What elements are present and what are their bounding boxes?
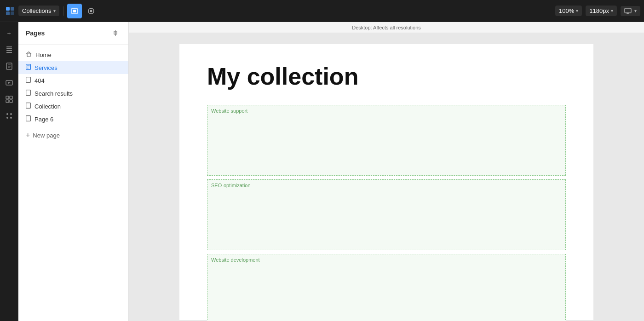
svg-rect-2 — [6, 11, 10, 15]
sidebar-item-search-results[interactable]: Search results — [18, 87, 128, 100]
section-body-website-development — [207, 264, 565, 321]
apps-button[interactable] — [2, 109, 17, 123]
sidebar-item-404[interactable]: 404 — [18, 74, 128, 87]
svg-rect-8 — [625, 8, 631, 13]
svg-rect-13 — [6, 50, 12, 51]
ruler-bar: Desktop: Affects all resolutions — [129, 22, 644, 33]
new-page-label: New page — [33, 132, 60, 139]
add-button[interactable]: + — [2, 26, 17, 40]
canvas-content: My collection Website support SEO-optimi… — [179, 44, 593, 320]
svg-rect-38 — [26, 90, 31, 96]
zoom-label: 100% — [559, 7, 574, 14]
sidebar-item-services[interactable]: Services — [18, 61, 128, 74]
main-area: + — [0, 22, 644, 321]
svg-rect-32 — [27, 54, 30, 57]
device-dropdown[interactable]: ▾ — [621, 6, 640, 16]
device-chevron: ▾ — [634, 8, 637, 13]
sidebar-page-list: Home Services — [18, 45, 128, 147]
viewport-dropdown[interactable]: 1180px ▾ — [586, 6, 617, 16]
logo-icon[interactable] — [4, 5, 17, 17]
svg-rect-22 — [6, 96, 9, 99]
layers-button[interactable] — [2, 42, 17, 57]
media-button[interactable] — [2, 75, 17, 90]
ruler-text: Desktop: Affects all resolutions — [352, 25, 421, 30]
svg-rect-39 — [26, 103, 31, 109]
new-page-plus-icon: + — [26, 131, 30, 139]
sidebar-item-page6-label: Page 6 — [34, 116, 53, 123]
sidebar: Pages Home — [18, 22, 129, 321]
components-button[interactable] — [2, 92, 17, 107]
new-page-button[interactable]: + New page — [18, 127, 128, 143]
404-page-icon — [26, 77, 31, 84]
svg-rect-40 — [26, 116, 31, 121]
svg-rect-3 — [11, 11, 14, 15]
collection-section-website-development[interactable]: Website development — [207, 254, 566, 321]
sidebar-item-collection[interactable]: Collection — [18, 100, 128, 113]
preview-button[interactable] — [84, 4, 98, 18]
svg-rect-14 — [6, 46, 12, 47]
collection-section-website-support[interactable]: Website support — [207, 105, 566, 176]
sidebar-item-collection-label: Collection — [34, 103, 61, 110]
section-body-website-support — [207, 115, 565, 175]
svg-point-27 — [10, 113, 12, 115]
svg-rect-12 — [6, 48, 12, 49]
sidebar-pin-button[interactable] — [110, 28, 121, 39]
topbar-center-controls: 100% ▾ 1180px ▾ ▾ — [555, 6, 640, 16]
zoom-dropdown[interactable]: 100% ▾ — [555, 6, 582, 16]
sidebar-item-404-label: 404 — [34, 77, 45, 84]
left-icon-panel: + — [0, 22, 18, 321]
collections-chevron: ▾ — [53, 8, 56, 13]
section-body-seo — [207, 190, 565, 250]
svg-rect-5 — [73, 10, 76, 12]
svg-rect-24 — [6, 100, 9, 103]
sidebar-item-home-label: Home — [35, 52, 52, 58]
services-page-icon — [26, 64, 31, 71]
svg-point-26 — [6, 113, 8, 115]
search-results-page-icon — [26, 90, 31, 97]
section-label-website-development: Website development — [207, 254, 565, 264]
home-icon — [26, 51, 32, 58]
svg-rect-23 — [10, 96, 12, 99]
svg-rect-37 — [26, 77, 31, 83]
collections-dropdown[interactable]: Collections ▾ — [18, 6, 59, 16]
viewport-label: 1180px — [589, 7, 609, 14]
sidebar-item-page6[interactable]: Page 6 — [18, 113, 128, 126]
sidebar-item-services-label: Services — [34, 64, 58, 71]
section-label-seo: SEO-optimization — [207, 180, 565, 190]
section-label-website-support: Website support — [207, 105, 565, 115]
collection-page-icon — [26, 103, 31, 110]
page6-icon — [26, 115, 31, 123]
svg-rect-1 — [11, 7, 14, 11]
sidebar-item-home[interactable]: Home — [18, 48, 128, 61]
svg-rect-15 — [6, 52, 12, 53]
topbar-separator — [63, 6, 63, 16]
zoom-chevron: ▾ — [576, 8, 578, 13]
svg-point-7 — [90, 10, 92, 12]
collection-section-seo[interactable]: SEO-optimization — [207, 179, 566, 250]
frame-tool-button[interactable] — [67, 4, 82, 18]
sidebar-item-search-results-label: Search results — [34, 90, 73, 97]
svg-marker-21 — [8, 82, 11, 84]
viewport-chevron: ▾ — [611, 8, 613, 13]
sidebar-title: Pages — [26, 29, 45, 37]
canvas-area[interactable]: Desktop: Affects all resolutions My coll… — [129, 22, 644, 321]
svg-point-28 — [6, 117, 8, 119]
svg-point-29 — [10, 117, 12, 119]
topbar: Collections ▾ 100% ▾ 1180px ▾ — [0, 0, 644, 22]
collections-label: Collections — [22, 7, 52, 14]
svg-rect-0 — [6, 7, 10, 11]
canvas-page-title: My collection — [207, 63, 566, 90]
svg-rect-25 — [10, 100, 12, 103]
sidebar-header: Pages — [18, 22, 128, 45]
pages-button[interactable] — [2, 59, 17, 74]
